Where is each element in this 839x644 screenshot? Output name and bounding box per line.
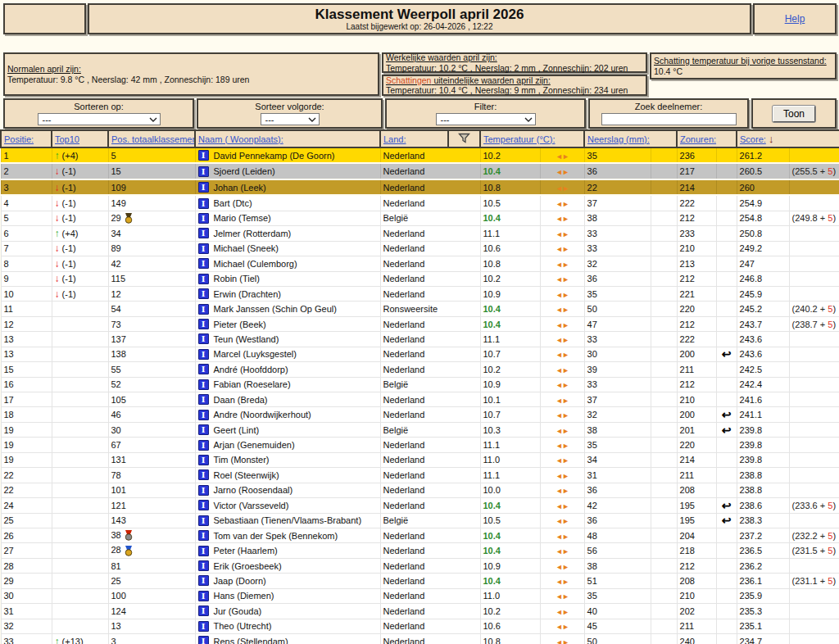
filter-funnel-icon[interactable] [458,133,470,143]
search-input[interactable] [601,113,737,125]
participant-info-icon[interactable]: I [198,485,209,496]
participant-info-icon[interactable]: I [198,319,209,329]
cell-temperature: 10.7 [480,347,540,361]
cell-precipitation: 38 [584,422,651,437]
cell-country: Nederland [380,468,480,483]
column-header-score[interactable]: Score: [740,134,766,144]
cell-precipitation-spacer [651,377,677,392]
column-header-totaalklassement[interactable]: Pos. totaalklassement: [111,134,195,144]
participant-info-icon[interactable]: I [198,591,209,601]
column-header-temperatuur[interactable]: Temperatuur (°C): [483,134,556,144]
participant-info-icon[interactable]: I [198,410,209,420]
participant-info-icon[interactable]: I [198,150,209,161]
cell-sun-hours: 210 [677,588,716,603]
participant-info-icon[interactable]: I [198,379,209,390]
previous-estimate-title: Schatting temperatuur bij vorige tussens… [654,56,827,66]
participant-info-icon[interactable]: I [198,546,209,556]
cell-country: Ronsweersite [380,302,480,316]
participant-info-icon[interactable]: I [198,243,209,254]
cell-score: 237.2 [737,528,789,542]
participant-info-icon[interactable]: I [198,166,209,177]
column-header-top10[interactable]: Top10 [55,134,79,144]
filter-select[interactable]: --- [436,113,536,125]
participant-info-icon[interactable]: I [198,621,209,632]
participant-info-icon[interactable]: I [198,636,209,644]
cell-precipitation-spacer [651,286,677,301]
cell-top10-change: ↓ (-1) [52,271,108,286]
table-row: 17105IDaan (Breda)Nederland10.1◄►3721024… [1,392,839,407]
sort-by-select[interactable]: --- [38,113,161,125]
rank-down-icon: ↓ [55,197,60,209]
left-right-arrows-icon: ◄► [556,152,569,161]
cell-overall-position: 138 [108,347,195,361]
cell-temp-trend: ◄► [540,179,584,195]
cell-score-bonus [789,468,839,483]
participant-info-icon[interactable]: I [198,364,209,374]
estimate-values: Temperatuur: 10.4 °C , Neerslag: 9 mm , … [386,85,643,96]
participant-info-icon[interactable]: I [198,560,209,571]
cell-precipitation: 50 [584,634,651,644]
cell-country: België [380,513,480,528]
column-header-neerslag[interactable]: Neerslag (mm): [587,134,650,144]
cell-sun-hours: 212 [677,377,716,392]
cell-score-bonus [789,588,839,603]
cell-country: Nederland [380,256,480,271]
cell-precipitation-spacer [651,558,677,573]
participant-info-icon[interactable]: I [198,530,209,541]
cell-country: Nederland [380,241,480,256]
header-help-panel: Help [753,3,837,34]
participant-name: Bart (Dtc) [214,198,252,208]
sort-desc-icon: ↓ [769,133,774,145]
cell-sun-hours: 233 [677,226,716,241]
sort-order-select[interactable]: --- [261,113,320,125]
cell-precipitation-spacer [651,619,677,633]
cell-sun-flag [716,483,737,497]
cell-temperature: 10.4 [480,163,540,179]
participant-info-icon[interactable]: I [198,258,209,269]
column-header-positie[interactable]: Positie: [4,134,34,144]
cell-sun-hours: 200 [677,407,716,422]
cell-score: 236.5 [737,543,789,558]
cell-temperature: 10.5 [480,513,540,528]
show-button[interactable]: Toon [773,106,815,122]
cell-precipitation-spacer [651,256,677,271]
column-header-naam[interactable]: Naam ( Woonplaats): [198,134,283,144]
left-right-arrows-icon: ◄► [556,381,569,389]
cell-temperature: 10.7 [480,407,540,422]
participant-info-icon[interactable]: I [198,469,209,480]
cell-sun-hours: 222 [677,195,716,211]
show-button-cell: Toon [751,98,837,129]
column-header-zonuren[interactable]: Zonuren: [680,134,716,144]
column-header-land[interactable]: Land: [383,134,406,144]
participant-info-icon[interactable]: I [198,440,209,451]
participant-info-icon[interactable]: I [198,228,209,238]
participant-info-icon[interactable]: I [198,349,209,360]
participant-info-icon[interactable]: I [198,394,209,405]
cell-precipitation: 45 [584,619,651,633]
help-link[interactable]: Help [785,13,805,25]
left-right-arrows-icon: ◄► [556,487,569,495]
participant-info-icon[interactable]: I [198,182,209,193]
participant-info-icon[interactable]: I [198,213,209,224]
cell-temperature: 10.2 [480,271,540,286]
participant-name: Jarno (Roosendaal) [214,485,293,495]
participant-info-icon[interactable]: I [198,304,209,315]
participant-info-icon[interactable]: I [198,575,209,586]
participant-info-icon[interactable]: I [198,605,209,616]
table-header-row: Positie: Top10 Pos. totaalklassement: Na… [1,130,839,147]
cell-position: 19 [1,438,52,452]
participant-info-icon[interactable]: I [198,515,209,526]
participant-info-icon[interactable]: I [198,198,209,209]
participant-info-icon[interactable]: I [198,288,209,299]
participant-info-icon[interactable]: I [198,500,209,510]
cell-score-bonus: (233.6 + 5) [789,498,839,513]
medal-icon-blue [125,546,133,556]
participant-info-icon[interactable]: I [198,274,209,284]
cell-top10-change [52,332,108,347]
participant-info-icon[interactable]: I [198,455,209,465]
participant-info-icon[interactable]: I [198,333,209,344]
rank-up-icon: ↑ [55,150,60,161]
left-right-arrows-icon: ◄► [556,200,569,208]
participant-info-icon[interactable]: I [198,424,209,435]
cell-temp-trend: ◄► [540,483,584,497]
